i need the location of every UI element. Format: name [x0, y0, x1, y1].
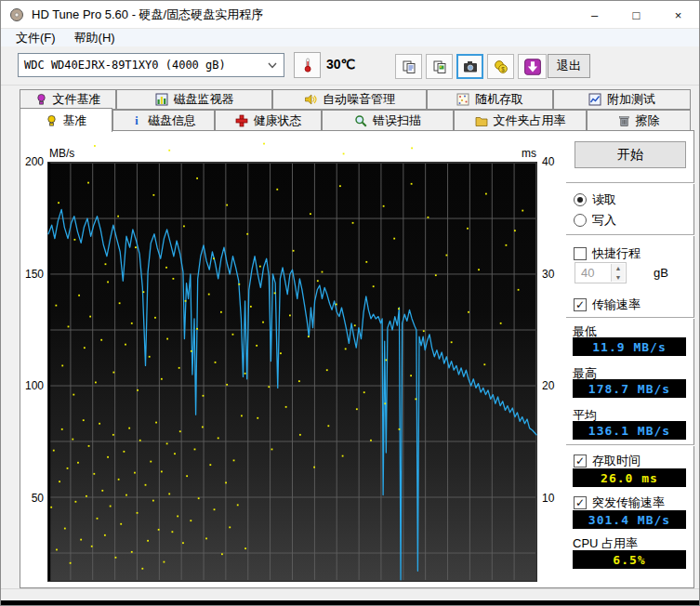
tab-folder-usage[interactable]: 文件夹占用率: [454, 110, 587, 131]
drive-select-value: WDC WD40EJRX-89T1XY0 (4000 gB): [24, 59, 226, 72]
burst-rate-row[interactable]: ✓ 突发传输速率: [574, 494, 665, 511]
benchmark-plot: [47, 162, 537, 582]
access-time-label: 存取时间: [592, 453, 641, 469]
tab-label: 自动噪音管理: [323, 91, 395, 108]
access-time-checkbox[interactable]: ✓: [574, 454, 587, 468]
access-time-lcd: 26.0 ms: [573, 468, 686, 487]
chevron-down-icon: [268, 62, 277, 69]
screenshot-button[interactable]: [456, 54, 483, 79]
min-value-lcd: 11.9 MB/s: [573, 337, 686, 356]
separator: [566, 234, 694, 236]
access-time-row[interactable]: ✓ 存取时间: [574, 453, 641, 469]
tab-benchmark-active[interactable]: 基准: [20, 108, 112, 132]
tab-label: 磁盘监视器: [174, 91, 234, 108]
thermometer-icon: [301, 58, 314, 72]
tab-label: 错误扫描: [373, 112, 421, 129]
speaker-icon: [304, 93, 317, 106]
menu-help[interactable]: 帮助(H): [65, 29, 125, 46]
benchmark-bulb-icon: [46, 114, 58, 127]
copy-image-button[interactable]: [426, 54, 453, 79]
burst-rate-checkbox[interactable]: ✓: [574, 496, 587, 509]
gold-coins-icon: $: [494, 59, 508, 74]
hd-tune-window: HD Tune Pro 5.60 - 硬盘/固态硬盘实用程序 – □ × 文件(…: [0, 0, 700, 606]
file-benchmark-bulb-icon: [35, 93, 47, 106]
exit-button[interactable]: 退出: [548, 54, 590, 78]
tab-label: 随机存取: [475, 91, 523, 108]
write-radio[interactable]: [574, 214, 587, 227]
magnifier-icon: [354, 114, 367, 127]
tab-file-benchmark[interactable]: 文件基准: [20, 89, 116, 110]
short-stroke-checkbox[interactable]: [574, 247, 587, 260]
maximize-button[interactable]: □: [615, 1, 657, 29]
left-axis-tick: 100: [8, 379, 44, 392]
left-axis-labels: 20015010050: [8, 162, 44, 582]
tab-erase[interactable]: 擦除: [587, 110, 691, 131]
window-title: HD Tune Pro 5.60 - 硬盘/固态硬盘实用程序: [32, 7, 263, 23]
spinner-arrows[interactable]: ▲▼: [611, 264, 625, 282]
minimize-button[interactable]: –: [574, 1, 615, 29]
left-axis-tick: 150: [8, 268, 44, 281]
tab-label: 健康状态: [254, 112, 302, 129]
copy-image-icon: [432, 59, 447, 74]
write-radio-row[interactable]: 写入: [574, 212, 616, 229]
transfer-rate-label: 传输速率: [592, 296, 641, 313]
tab-label: 文件夹占用率: [494, 112, 566, 129]
save-results-button[interactable]: $: [487, 54, 514, 79]
tab-random-access[interactable]: 随机存取: [427, 89, 553, 110]
svg-text:i: i: [135, 114, 139, 127]
download-button[interactable]: [518, 54, 547, 79]
tab-strip-lower: 基准 i 磁盘信息 健康状态 错误扫描 文件夹占用率: [20, 110, 691, 131]
right-axis-tick: 20: [542, 379, 574, 392]
bar-chart-icon: [155, 93, 168, 106]
start-button[interactable]: 开始: [575, 141, 686, 168]
left-axis-tick: 200: [8, 155, 44, 168]
avg-value-lcd: 136.1 MB/s: [573, 421, 686, 440]
menu-bar: 文件(F) 帮助(H): [1, 29, 699, 46]
left-axis-tick: 50: [8, 492, 44, 505]
right-axis-tick: 10: [542, 492, 574, 505]
trash-icon: [618, 114, 630, 127]
tab-disk-monitor[interactable]: 磁盘监视器: [116, 89, 272, 110]
menu-file[interactable]: 文件(F): [7, 29, 65, 46]
scatter-dots-icon: [456, 93, 469, 106]
spinner-down-icon: ▼: [612, 273, 625, 283]
separator: [566, 444, 694, 446]
copy-text-button[interactable]: [395, 54, 422, 79]
folder-icon: [475, 114, 488, 127]
tab-label: 擦除: [636, 112, 660, 129]
close-button[interactable]: ×: [657, 1, 699, 29]
tab-error-scan[interactable]: 错误扫描: [322, 110, 454, 131]
tab-label: 附加测试: [607, 91, 655, 108]
purple-down-arrow-icon: [524, 59, 541, 75]
read-radio-row[interactable]: 读取: [574, 191, 616, 208]
tab-health[interactable]: 健康状态: [215, 110, 322, 131]
toolbar: WDC WD40EJRX-89T1XY0 (4000 gB) 30℃: [1, 46, 699, 86]
burst-rate-lcd: 301.4 MB/s: [573, 510, 686, 529]
burst-rate-label: 突发传输速率: [592, 494, 665, 511]
tab-disk-info[interactable]: i 磁盘信息: [112, 110, 215, 131]
short-stroke-unit: gB: [654, 266, 668, 280]
temperature-button[interactable]: [294, 52, 321, 78]
cpu-usage-lcd: 6.5%: [573, 550, 686, 569]
right-axis-tick: 40: [542, 155, 574, 168]
tab-auto-acoustic[interactable]: 自动噪音管理: [272, 89, 427, 110]
read-radio[interactable]: [574, 193, 587, 206]
copy-text-icon: [402, 59, 416, 74]
app-disk-icon: [9, 7, 24, 22]
separator: [566, 182, 694, 184]
tab-label: 磁盘信息: [148, 112, 196, 129]
health-cross-icon: [235, 114, 248, 127]
svg-text:$: $: [501, 65, 505, 72]
right-axis-labels: 40302010: [542, 162, 574, 582]
short-stroke-size-spinner[interactable]: 40 ▲▼: [575, 262, 627, 283]
tab-extra-tests[interactable]: 附加测试: [553, 89, 691, 110]
drive-select[interactable]: WDC WD40EJRX-89T1XY0 (4000 gB): [18, 53, 284, 77]
transfer-rate-checkbox[interactable]: ✓: [574, 298, 587, 311]
camera-icon: [463, 60, 478, 73]
read-radio-label: 读取: [592, 191, 616, 208]
short-stroke-row[interactable]: 快捷行程: [574, 245, 641, 262]
separator: [566, 317, 694, 319]
short-stroke-size-value: 40: [581, 266, 594, 280]
transfer-rate-row[interactable]: ✓ 传输速率: [574, 296, 641, 313]
tab-label: 文件基准: [53, 91, 101, 108]
